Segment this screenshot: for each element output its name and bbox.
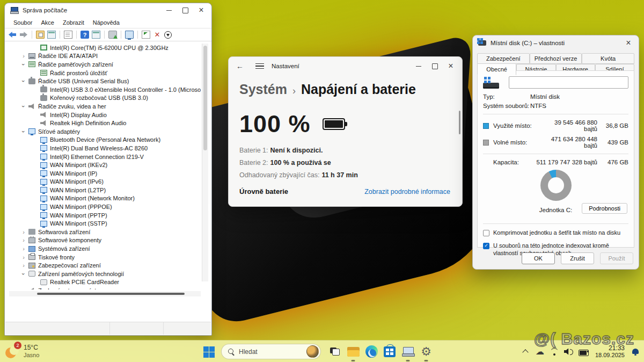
tree-item[interactable]: Intel(R) Ethernet Connection I219-V — [9, 153, 201, 161]
help-window-icon[interactable] — [92, 31, 100, 39]
vertical-scrollbar[interactable] — [202, 44, 208, 281]
tree-item[interactable]: Řadič prostorů úložišť — [9, 69, 201, 77]
expander-open-icon[interactable] — [20, 271, 27, 277]
show-updown-icon[interactable] — [164, 31, 172, 39]
tab-kvóta[interactable]: Kvóta — [582, 53, 634, 64]
maximize-button[interactable] — [177, 4, 193, 16]
tree-item[interactable]: Realtek PCIE CardReader — [9, 278, 201, 287]
file-explorer-taskbar-button[interactable] — [344, 342, 362, 362]
expander-open-icon[interactable] — [20, 287, 27, 289]
expander-closed-icon[interactable] — [20, 245, 27, 252]
store-taskbar-button[interactable] — [380, 342, 399, 362]
tree-item[interactable]: WAN Miniport (IPv6) — [9, 178, 201, 186]
tree-item[interactable]: Zvukové vstupy a výstupy — [9, 286, 201, 289]
tree-item[interactable]: Realtek High Definition Audio — [9, 119, 201, 127]
tree-item[interactable]: Kořenový rozbočovač USB (USB 3.0) — [9, 94, 201, 103]
task-view-taskbar-button[interactable] — [326, 342, 344, 362]
close-button[interactable] — [443, 60, 459, 72]
tree-item[interactable]: WAN Miniport (PPTP) — [9, 211, 201, 220]
minimize-button[interactable] — [411, 60, 427, 72]
back-arrow-icon[interactable]: ← — [236, 62, 249, 70]
expander-closed-icon[interactable] — [20, 53, 27, 59]
tab-zabezpečení[interactable]: Zabezpečení — [477, 53, 530, 64]
zrušit-button[interactable]: Zrušit — [561, 252, 594, 264]
tree-item[interactable]: WAN Miniport (L2TP) — [9, 186, 201, 194]
tree-item[interactable]: Řadiče paměťových zařízení — [9, 60, 201, 69]
tree-item[interactable]: WAN Miniport (IP) — [9, 169, 201, 178]
start-button[interactable] — [203, 346, 209, 352]
close-button[interactable] — [620, 37, 636, 49]
edge-taskbar-button[interactable] — [362, 342, 380, 362]
maximize-button[interactable] — [427, 60, 443, 72]
tree-item[interactable]: Síťové adaptéry — [9, 127, 201, 136]
menu-zobrazit[interactable]: Zobrazit — [58, 18, 89, 27]
tree-item[interactable]: Systémová zařízení — [9, 244, 201, 253]
forward-arrow-icon[interactable] — [19, 31, 28, 39]
close-button[interactable] — [193, 4, 209, 16]
tree-item[interactable]: WAN Miniport (SSTP) — [9, 219, 201, 228]
expander-open-icon[interactable] — [20, 78, 27, 84]
export-icon[interactable] — [36, 31, 45, 39]
expander-closed-icon[interactable] — [20, 229, 27, 235]
tree-item[interactable]: Zařízení paměťových technologií — [9, 270, 201, 278]
expander-closed-icon[interactable] — [20, 262, 27, 269]
help-icon[interactable] — [80, 31, 89, 39]
weather-widget[interactable]: 2 15°C Jasno — [0, 344, 91, 358]
tree-item[interactable]: Řadiče IDE ATA/ATAPI — [9, 52, 201, 61]
hamburger-menu-icon[interactable] — [255, 63, 264, 69]
tree-item[interactable]: Intel(R) Display Audio — [9, 111, 201, 119]
expander-open-icon[interactable] — [20, 61, 27, 68]
volume-label-input[interactable] — [509, 76, 628, 89]
tree-item[interactable]: Intel(R) USB 3.0 eXtensible Host Control… — [9, 85, 201, 94]
tree-item[interactable]: WAN Miniport (Network Monitor) — [9, 194, 201, 203]
tree-item[interactable]: Softwarová zařízení — [9, 228, 201, 236]
computer-management-taskbar-button[interactable] — [399, 342, 417, 362]
ok-button[interactable]: OK — [522, 252, 555, 264]
title-bar[interactable]: Správa počítače — [5, 3, 211, 17]
breadcrumb-system[interactable]: Systém — [239, 82, 287, 97]
title-bar[interactable]: ← Nastavení — [229, 57, 462, 75]
expander-open-icon[interactable] — [20, 128, 27, 135]
tree-item[interactable]: WAN Miniport (PPPOE) — [9, 202, 201, 211]
tab-obecné[interactable]: Obecné — [477, 63, 516, 75]
menu-nápověda[interactable]: Nápověda — [89, 18, 124, 27]
index-checkbox[interactable] — [483, 243, 489, 249]
document-icon[interactable] — [64, 31, 72, 39]
expander-open-icon[interactable] — [20, 103, 27, 110]
compress-checkbox[interactable] — [483, 230, 489, 236]
tree-item[interactable]: Softwarové komponenty — [9, 236, 201, 245]
menu-akce[interactable]: Akce — [36, 18, 58, 27]
onedrive-icon[interactable] — [535, 347, 545, 356]
scan-flag-icon[interactable] — [142, 31, 150, 39]
refresh-icon[interactable] — [108, 31, 117, 39]
menu-soubor[interactable]: Soubor — [9, 18, 36, 27]
minimize-button[interactable] — [161, 4, 177, 16]
search-highlight-image[interactable] — [306, 345, 319, 358]
tree-item[interactable]: Řadiče USB (Universal Serial Bus) — [9, 77, 201, 85]
chevron-up-icon[interactable] — [521, 347, 530, 356]
battery-tray-icon[interactable] — [579, 347, 588, 356]
back-arrow-icon[interactable] — [8, 31, 17, 39]
wifi-icon[interactable] — [550, 347, 559, 356]
tree-item[interactable]: Bluetooth Device (Personal Area Network) — [9, 136, 201, 144]
monitor-icon[interactable] — [125, 31, 134, 39]
expander-closed-icon[interactable] — [20, 237, 27, 243]
title-bar[interactable]: Místní disk (C:) – vlastnosti — [473, 35, 639, 50]
tab-předchozí verze[interactable]: Předchozí verze — [530, 53, 582, 64]
details-button[interactable]: Podrobnosti — [582, 203, 627, 214]
volume-icon[interactable] — [564, 347, 574, 356]
tree-item[interactable]: Řadiče zvuku, videa a her — [9, 102, 201, 111]
detailed-info-link[interactable]: Zobrazit podrobné informace — [364, 188, 450, 196]
tree-item[interactable]: WAN Miniport (IKEv2) — [9, 161, 201, 169]
settings-taskbar-button[interactable] — [417, 342, 435, 362]
horizontal-scrollbar[interactable] — [9, 291, 201, 296]
tree-item[interactable]: Intel(R) Core(TM) i5-6200U CPU @ 2.30GHz — [9, 44, 201, 52]
search-box[interactable]: Hledat — [221, 344, 321, 359]
tree-item[interactable]: Tiskové fronty — [9, 253, 201, 262]
notification-bell-icon[interactable] — [632, 347, 640, 356]
tree-item[interactable]: Intel(R) Dual Band Wireless-AC 8260 — [9, 144, 201, 153]
tree-item[interactable]: Zabezpečovací zařízení — [9, 261, 201, 270]
list-window-icon[interactable] — [47, 31, 56, 39]
scrollbar-thumb[interactable] — [459, 111, 460, 134]
compress-checkbox-label[interactable]: Komprimovat jednotku a šetřit tak místo … — [493, 229, 620, 237]
